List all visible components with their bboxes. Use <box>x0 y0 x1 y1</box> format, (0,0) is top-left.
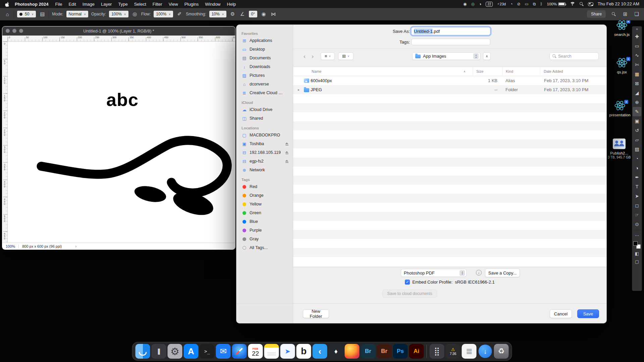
cancel-button[interactable]: Cancel <box>550 309 572 318</box>
quick-selection-tool[interactable]: ✄ <box>633 60 641 69</box>
dock-photoshop[interactable]: Ps <box>393 344 408 359</box>
dock-illustrator[interactable]: Ai <box>409 344 424 359</box>
gradient-tool[interactable]: ▨ <box>633 144 641 154</box>
move-tool[interactable]: ✚ <box>633 32 641 41</box>
menu-clock[interactable]: Thu Feb 22 10:22 AM <box>598 2 639 6</box>
sidebar-item-toshiba[interactable]: ▣Toshiba <box>236 139 293 148</box>
path-selection-tool[interactable]: ➤ <box>633 191 641 201</box>
sidebar-item-blue[interactable]: Blue <box>236 217 293 226</box>
bluetooth-icon[interactable]: ᛒ <box>540 2 542 6</box>
dock-maps[interactable]: ➤ <box>280 344 295 359</box>
new-folder-button[interactable]: New Folder <box>303 309 329 318</box>
menu-view[interactable]: View <box>169 2 178 7</box>
color-swatches[interactable] <box>633 241 641 249</box>
menu-select[interactable]: Select <box>134 2 146 7</box>
file-row[interactable]: 600x400px1 KBAliasFeb 17, 2023, 3:10 PM <box>293 76 607 85</box>
column-header-size[interactable]: Size <box>473 67 502 76</box>
info-button[interactable]: i <box>476 270 482 276</box>
blur-tool[interactable]: ◔ <box>633 154 641 163</box>
angle-input[interactable]: 0° <box>249 11 257 17</box>
search-icon[interactable] <box>610 12 617 16</box>
list-view-button[interactable]: ≡∨ <box>321 52 335 60</box>
save-button[interactable]: Save <box>577 309 599 318</box>
dock-bridge[interactable]: Br <box>361 344 376 359</box>
eject-icon[interactable] <box>285 160 289 163</box>
dock-app-store[interactable]: A <box>184 344 199 359</box>
eject-icon[interactable] <box>285 142 289 145</box>
eraser-tool[interactable]: ▱ <box>633 135 641 144</box>
collapse-panel-icon[interactable]: « <box>636 27 638 32</box>
sidebar-item-icloud-drive[interactable]: ☁iCloud Drive <box>236 105 293 114</box>
airbrush-icon[interactable]: ✐ <box>176 11 183 17</box>
dock-github[interactable]: ♦ <box>329 344 343 359</box>
embed-color-profile-checkbox[interactable]: ✓ <box>405 280 410 285</box>
edit-toolbar-icon[interactable]: ⋯ <box>635 231 639 239</box>
hand-tool[interactable]: ☞ <box>633 210 641 220</box>
sidebar-item-creative-cloud-fi[interactable]: ≣Creative Cloud Fi... <box>236 88 293 97</box>
menu-file[interactable]: File <box>55 2 62 7</box>
menu-plugins[interactable]: Plugins <box>184 2 199 7</box>
paint-symmetry-icon[interactable]: ⋈ <box>270 11 277 17</box>
menu-filter[interactable]: Filter <box>153 2 162 7</box>
disclosure-triangle-icon[interactable]: ▸ <box>298 88 303 92</box>
frame-tool[interactable]: ⊠ <box>633 79 641 88</box>
menu-image[interactable]: Image <box>83 2 95 7</box>
collapse-button[interactable]: ∧ <box>483 52 491 60</box>
dock-safari[interactable] <box>232 344 247 359</box>
sidebar-item-192-168-105-119[interactable]: ⊟192.168.105.119 <box>236 148 293 157</box>
sidebar-item-applications[interactable]: ⊞Applications <box>236 36 293 45</box>
search-field[interactable]: Search <box>549 52 599 60</box>
sidebar-item-green[interactable]: Green <box>236 208 293 217</box>
dock-firefox[interactable] <box>345 344 360 359</box>
icon-view-button[interactable]: ⊞∨ <box>338 52 354 60</box>
sidebar-item-pictures[interactable]: ▨Pictures <box>236 71 293 80</box>
flow-select[interactable]: 100% ∨ <box>154 11 173 17</box>
desktop-icon-publish2[interactable]: Publish2...3 TB, 945.7 GB <box>605 137 633 159</box>
menu-layer[interactable]: Layer <box>101 2 112 7</box>
dock-calendar[interactable]: FEB22 <box>248 344 263 359</box>
zoom-button[interactable] <box>19 29 23 33</box>
spotlight-icon[interactable] <box>580 2 584 6</box>
save-to-cloud-button[interactable]: Save to cloud documents <box>382 290 437 298</box>
dock-bridge-classic[interactable]: Br <box>377 344 392 359</box>
canvas[interactable]: abc <box>8 42 235 243</box>
quick-mask-icon[interactable]: ◧ <box>635 249 639 257</box>
zoom-tool[interactable]: ⊙ <box>633 220 641 229</box>
smoothing-select[interactable]: 10% ∨ <box>209 11 226 17</box>
column-header-name[interactable]: Name <box>293 67 473 76</box>
menu-help[interactable]: Help <box>227 2 236 7</box>
marquee-tool[interactable]: ▭ <box>633 41 641 51</box>
time-machine-icon[interactable]: ◔ <box>510 2 513 6</box>
brush-settings-panel-icon[interactable]: ▤ <box>39 11 46 17</box>
app-menu-title[interactable]: Photoshop 2024 <box>15 2 48 7</box>
save-a-copy-button[interactable]: Save a Copy... <box>485 268 520 277</box>
dock-mail[interactable]: ✉ <box>216 344 231 359</box>
file-row[interactable]: ▸JPEG--FolderFeb 17, 2023, 3:10 PM <box>293 85 607 94</box>
crop-tool[interactable]: ▦ <box>633 69 641 79</box>
dock-system-settings[interactable]: ⚙ <box>168 344 182 359</box>
wifi-icon[interactable] <box>570 2 575 6</box>
location-popup[interactable]: App Images ∧∨ <box>412 52 480 60</box>
dock-vscode[interactable]: ‹ <box>313 344 327 359</box>
menu-type[interactable]: Type <box>118 2 127 7</box>
sidebar-item-red[interactable]: Red <box>236 182 293 191</box>
dock-notes[interactable] <box>264 344 279 359</box>
filename-input[interactable]: Untitled-1.pdf <box>411 27 490 35</box>
sidebar-item-yellow[interactable]: Yellow <box>236 200 293 208</box>
sidebar-item-orange[interactable]: Orange <box>236 191 293 200</box>
forward-button[interactable]: › <box>309 53 317 60</box>
screen-mirroring-icon[interactable]: ⧉ <box>533 2 536 6</box>
healing-brush-tool[interactable]: ⊕ <box>633 98 641 107</box>
apple-menu-icon[interactable] <box>5 1 10 7</box>
minimize-button[interactable] <box>12 29 16 33</box>
sidebar-item-egp-fs2[interactable]: ⊟egp-fs2 <box>236 157 293 166</box>
battery-indicator[interactable]: 100% <box>547 2 566 6</box>
sidebar-item-downloads[interactable]: ↓Downloads <box>236 62 293 71</box>
sidebar-item-all-tags[interactable]: All Tags... <box>236 243 293 252</box>
sidebar-item-shared[interactable]: ◫Shared <box>236 114 293 123</box>
sidebar-item-documents[interactable]: ▤Documents <box>236 54 293 62</box>
pressure-size-icon[interactable]: ◉ <box>260 11 267 17</box>
sidebar-item-dconverse[interactable]: ⌂dconverse <box>236 80 293 88</box>
battery-days-remaining[interactable]: ⚡23d <box>497 2 506 6</box>
status-chevron-icon[interactable]: › <box>75 244 76 249</box>
